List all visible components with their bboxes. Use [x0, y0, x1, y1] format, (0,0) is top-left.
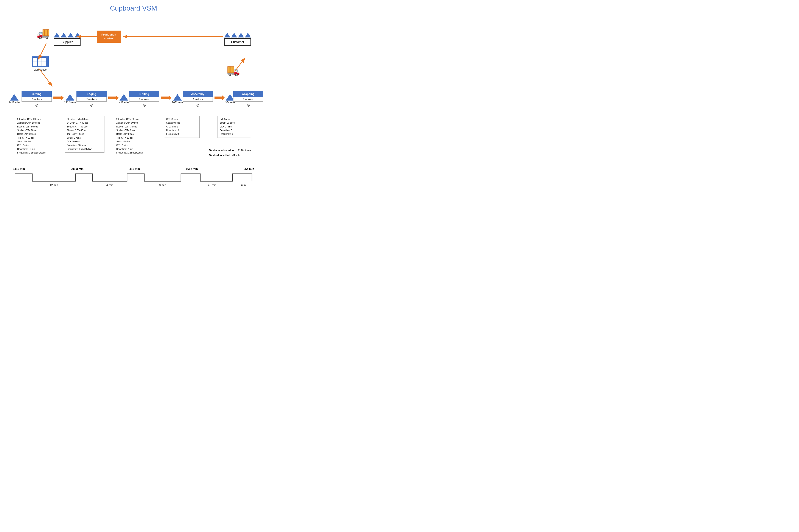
- drilling-info-9: Frequency: 1 time/3weeks: [116, 151, 152, 155]
- drilling-info-0: 2X sides: C/T= 60 sec: [116, 117, 152, 121]
- drilling-info-2: Bottom: C/T= 30 sec: [116, 125, 152, 129]
- cutting-operator-icon: ⊙: [21, 103, 52, 108]
- svg-text:3 min: 3 min: [159, 184, 166, 187]
- svg-text:25 min: 25 min: [208, 184, 216, 187]
- svg-line-3: [39, 68, 52, 86]
- summary-line1: Total non value added= 4126.3 min: [209, 148, 251, 153]
- cutting-info-4: Back: C/T= 90 sec: [17, 132, 53, 136]
- drilling-workers: 2 workers: [129, 97, 160, 102]
- wrapping-info-0: C/T: 5 min: [220, 117, 249, 121]
- cutting-info-7: C/O: 2 mins: [17, 144, 53, 147]
- drilling-info-5: Top: C/T= 30 sec: [116, 136, 152, 140]
- wrapping-info-3: Downtime: 0: [220, 129, 249, 132]
- timeline-section: 1416 min 291.3 min 413 min 1652 min 354 …: [11, 167, 256, 189]
- wrapping-info-2: C/O: 2 mins: [220, 125, 249, 129]
- cutting-info-3: Shelve: C/T= 90 sec: [17, 129, 53, 132]
- supplier-truck-icon: 🚚: [37, 27, 50, 39]
- push-arrow-cutting-edging: [53, 95, 64, 100]
- page-title: Cupboard VSM: [0, 0, 267, 15]
- wip-cutting-val: 1416 min: [8, 101, 20, 104]
- assembly-name: Assembly: [183, 91, 213, 97]
- drilling-process: Drilling 2 workers ⊙: [129, 91, 160, 108]
- edging-info-7: Downtime: 30 secs: [67, 144, 102, 147]
- prod-to-supplier-arrow: [75, 33, 101, 40]
- edging-info-2: Bottom: C/T= 40 sec: [67, 125, 102, 129]
- wrapping-process: wrapping 2 workers ⊙: [233, 91, 263, 108]
- drilling-info-8: Downtime: 2 min: [116, 147, 152, 151]
- cutting-info-9: Frequency: 1 time/10 weeks: [17, 151, 53, 155]
- timeline-svg: 12 min 4 min 3 min 25 min 5 min: [11, 171, 256, 188]
- wip-edging-val: 291.3 min: [64, 101, 76, 104]
- summary-line2: Total value added= 49 min: [209, 153, 251, 158]
- svg-line-4: [235, 59, 244, 72]
- timeline-wip-row: 1416 min 291.3 min 413 min 1652 min 354 …: [11, 167, 256, 171]
- edging-info-6: C/O: 10 secs: [67, 140, 102, 144]
- edging-name: Edging: [76, 91, 107, 97]
- wip-drilling-left: 413 min: [119, 94, 129, 104]
- cutting-info-2: Bottom: C/T= 90 sec: [17, 125, 53, 129]
- customer-to-prod-arrow: [122, 33, 225, 40]
- edging-info-1: 2x Door: C/T= 80 sec: [67, 121, 102, 125]
- drilling-operator-icon: ⊙: [129, 103, 160, 108]
- push-arrow-edging-drilling: [108, 95, 119, 100]
- customer-block: Customer: [224, 33, 251, 46]
- edging-operator-icon: ⊙: [76, 103, 107, 108]
- edging-info-box: 2X sides: C/T= 80 sec 2x Door: C/T= 80 s…: [64, 116, 105, 153]
- edging-info-3: Shelve: C/T= 40 sec: [67, 129, 102, 132]
- cutting-info-8: Downtime: 10 min: [17, 147, 53, 151]
- assembly-workers: 2 workers: [183, 97, 213, 102]
- drilling-name: Drilling: [129, 91, 160, 97]
- edging-info-5: Setup: 2 mins: [67, 136, 102, 140]
- cutting-process: Cutting 2 workers ⊙: [21, 91, 52, 108]
- wip-drilling-val: 413 min: [119, 101, 129, 104]
- wrapping-info-1: Setup: 20 secs: [220, 121, 249, 125]
- cutting-info-box: 2X sides: C/T= 180 sec 2x Door: C/T= 180…: [15, 116, 55, 156]
- assembly-info-1: Setup: 0 secs: [166, 121, 198, 125]
- tl-wip-2: 413 min: [129, 167, 140, 171]
- tl-wip-4: 354 min: [244, 167, 254, 171]
- svg-text:12 min: 12 min: [50, 184, 58, 187]
- cutting-workers: 2 workers: [21, 97, 52, 102]
- drilling-info-3: Shelve: C/T= 0 sec: [116, 129, 152, 132]
- wrapping-workers: 2 workers: [233, 97, 263, 102]
- svg-text:5 min: 5 min: [239, 184, 246, 187]
- drilling-info-1: 2x Door: C/T= 60 sec: [116, 121, 152, 125]
- cutting-info-0: 2X sides: C/T= 180 sec: [17, 117, 53, 121]
- customer-label: Customer: [224, 38, 251, 46]
- svg-text:4 min: 4 min: [106, 184, 113, 187]
- warehouse-to-cutting-arrow: [35, 67, 56, 89]
- assembly-info-3: Downtime: 0: [166, 129, 198, 132]
- assembly-operator-icon: ⊙: [183, 103, 213, 108]
- wrapping-operator-icon: ⊙: [233, 103, 263, 108]
- wip-edging-left: 291.3 min: [64, 94, 76, 104]
- edging-workers: 2 workers: [76, 97, 107, 102]
- wip-assembly-val: 1652 min: [172, 101, 183, 104]
- wrapping-info-box: C/T: 5 min Setup: 20 secs C/O: 2 mins Do…: [218, 116, 251, 138]
- drilling-info-7: C/O: 2 mins: [116, 144, 152, 147]
- tl-wip-3: 1652 min: [186, 167, 198, 171]
- wip-assembly-left: 1652 min: [172, 94, 183, 104]
- assembly-info-2: C/O: 3 mins: [166, 125, 198, 129]
- cutting-info-5: Top: C/T= 90 sec: [17, 136, 53, 140]
- wrapping-name: wrapping: [233, 91, 263, 97]
- push-arrow-drilling-assembly: [161, 95, 171, 100]
- svg-line-2: [39, 43, 46, 59]
- assembly-process: Assembly 2 workers ⊙: [183, 91, 213, 108]
- cutting-name: Cutting: [21, 91, 52, 97]
- edging-info-4: Top: C/T= 40 sec: [67, 132, 102, 136]
- drilling-info-4: Back: C/T= 0 sec: [116, 132, 152, 136]
- drilling-info-6: Setup: 4 mins: [116, 140, 152, 144]
- tl-wip-1: 291.3 min: [71, 167, 83, 171]
- push-arrow-assembly-wrapping: [215, 95, 225, 100]
- edging-process: Edging 2 workers ⊙: [76, 91, 107, 108]
- tl-wip-0: 1416 min: [13, 167, 25, 171]
- cutting-info-6: Setup: 5 mins: [17, 140, 53, 144]
- customer-truck-arrow: [233, 56, 250, 74]
- cutting-info-1: 2x Door: C/T= 180 sec: [17, 121, 53, 125]
- supplier-to-warehouse-arrow: [35, 42, 52, 62]
- wip-cutting-left: 1416 min: [8, 94, 20, 104]
- assembly-info-4: Frequency: 0: [166, 132, 198, 136]
- assembly-info-box: C/T: 25 min Setup: 0 secs C/O: 3 mins Do…: [164, 116, 200, 138]
- assembly-info-0: C/T: 25 min: [166, 117, 198, 121]
- edging-info-8: Frequency: 1 time/3 days: [67, 147, 102, 151]
